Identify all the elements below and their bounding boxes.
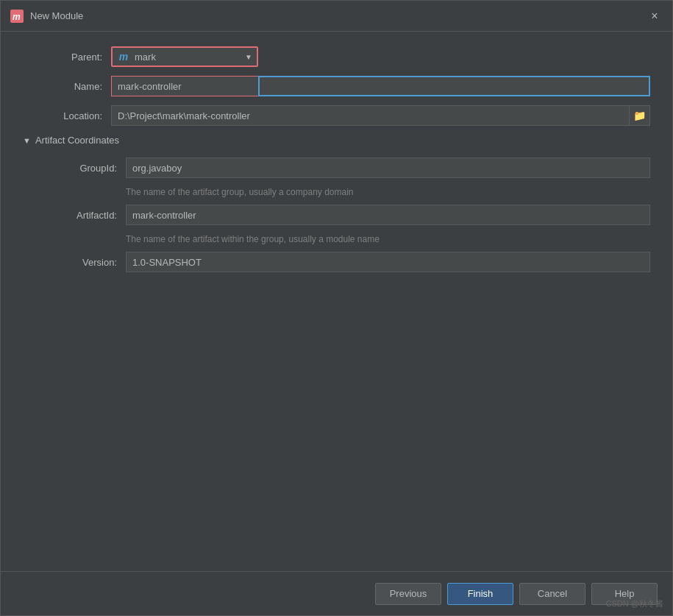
parent-row: Parent: m mark ▼ (23, 46, 650, 67)
parent-dropdown[interactable]: m mark ▼ (111, 46, 258, 67)
title-bar: m New Module × (1, 1, 672, 32)
groupid-hint: The name of the artifact group, usually … (38, 187, 650, 197)
chevron-down-icon: ▼ (245, 53, 252, 61)
version-row: Version: (38, 252, 650, 272)
dialog-title: New Module (30, 10, 646, 21)
parent-label: Parent: (23, 52, 111, 63)
artifactid-row: ArtifactId: (38, 205, 650, 225)
groupid-row: GroupId: (38, 157, 650, 178)
collapse-arrow-icon: ▼ (23, 136, 31, 145)
cancel-button[interactable]: Cancel (519, 583, 585, 605)
version-label: Version: (38, 257, 126, 268)
artifactid-input[interactable] (126, 205, 650, 225)
name-input-right[interactable] (258, 76, 650, 96)
name-input-left[interactable] (111, 76, 258, 96)
location-input[interactable] (111, 105, 630, 126)
groupid-label: GroupId: (38, 163, 126, 174)
folder-icon: 📁 (633, 110, 646, 121)
finish-button[interactable]: Finish (447, 583, 513, 605)
previous-button[interactable]: Previous (375, 583, 441, 605)
artifact-section: GroupId: The name of the artifact group,… (23, 157, 650, 272)
parent-dropdown-value: mark (135, 52, 242, 63)
new-module-dialog: m New Module × Parent: m mark ▼ Name: (0, 0, 673, 616)
browse-folder-button[interactable]: 📁 (630, 105, 650, 126)
location-wrapper: 📁 (111, 105, 650, 126)
dialog-content: Parent: m mark ▼ Name: Location: (1, 32, 672, 571)
artifactid-label: ArtifactId: (38, 210, 126, 221)
version-control (126, 252, 650, 272)
name-row: Name: (23, 76, 650, 96)
groupid-control (126, 157, 650, 178)
artifact-section-title: Artifact Coordinates (35, 135, 119, 146)
app-icon: m (10, 9, 24, 24)
dialog-footer: Previous Finish Cancel Help (1, 571, 672, 615)
artifact-section-header[interactable]: ▼ Artifact Coordinates (23, 135, 650, 146)
version-input[interactable] (126, 252, 650, 272)
parent-control: m mark ▼ (111, 46, 650, 67)
location-label: Location: (23, 110, 111, 121)
name-label: Name: (23, 81, 111, 92)
module-icon: m (117, 50, 130, 63)
close-button[interactable]: × (646, 7, 663, 25)
watermark: CSDN @秋冬酱 (606, 598, 663, 609)
location-row: Location: 📁 (23, 105, 650, 126)
groupid-input[interactable] (126, 157, 650, 178)
svg-text:m: m (13, 12, 21, 22)
artifactid-hint: The name of the artifact within the grou… (38, 234, 650, 244)
artifactid-control (126, 205, 650, 225)
